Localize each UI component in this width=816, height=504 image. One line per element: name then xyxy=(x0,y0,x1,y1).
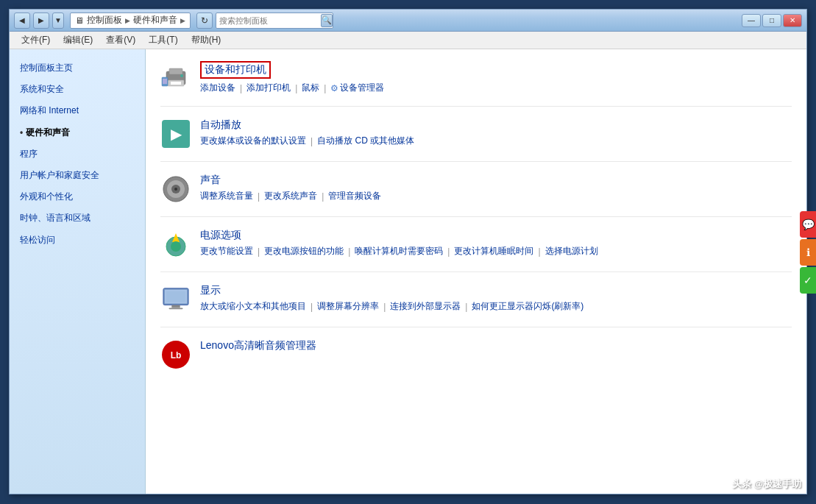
category-lenovo: Lb Lenovo高清晰音频管理器 xyxy=(160,339,792,382)
search-button[interactable]: 🔍 xyxy=(321,14,333,27)
sidebar-item-network[interactable]: 网络和 Internet xyxy=(15,101,139,121)
svg-rect-16 xyxy=(171,305,180,308)
address-chevron2: ▶ xyxy=(180,17,185,24)
address-part1: 控制面板 xyxy=(87,14,122,26)
display-link-2[interactable]: 连接到外部显示器 xyxy=(390,300,461,313)
side-btn-info[interactable]: ℹ xyxy=(800,239,816,266)
power-link-0[interactable]: 更改节能设置 xyxy=(200,245,253,258)
sidebar-item-users[interactable]: 用户帐户和家庭安全 xyxy=(15,166,139,185)
side-btn-help[interactable]: ✓ xyxy=(800,267,816,294)
devices-icon xyxy=(160,61,191,92)
titlebar-left: ◀ ▶ ▼ 🖥 控制面板 ▶ 硬件和声音 ▶ ↻ 🔍 xyxy=(14,13,333,29)
sidebar-item-home[interactable]: 控制面板主页 xyxy=(15,58,139,78)
address-part2: 硬件和声音 xyxy=(133,14,177,26)
menu-file[interactable]: 文件(F) xyxy=(15,32,56,48)
display-icon xyxy=(160,284,191,315)
sidebar-item-system[interactable]: 系统和安全 xyxy=(15,79,139,99)
menubar: 文件(F) 编辑(E) 查看(V) 工具(T) 帮助(H) xyxy=(10,32,806,49)
address-chevron1: ▶ xyxy=(125,17,130,24)
menu-view[interactable]: 查看(V) xyxy=(100,32,141,48)
devices-link-3[interactable]: 设备管理器 xyxy=(340,82,384,94)
display-link-0[interactable]: 放大或缩小文本和其他项目 xyxy=(200,300,306,313)
sound-icon xyxy=(160,174,191,205)
menu-edit[interactable]: 编辑(E) xyxy=(57,32,99,48)
side-btn-chat[interactable]: 💬 xyxy=(800,211,816,238)
forward-button[interactable]: ▶ xyxy=(33,13,49,29)
sidebar-item-hardware[interactable]: 硬件和声音 xyxy=(15,123,139,143)
sidebar: 控制面板主页 系统和安全 网络和 Internet 硬件和声音 程序 用户帐户和… xyxy=(10,49,146,494)
power-link-4[interactable]: 选择电源计划 xyxy=(545,245,598,258)
devices-icon-gear: ⚙ xyxy=(330,83,338,93)
sound-title[interactable]: 声音 xyxy=(200,174,221,187)
category-devices: 设备和打印机 添加设备 | 添加打印机 | 鼠标 | ⚙ 设备管理器 xyxy=(160,61,792,107)
devices-link-0[interactable]: 添加设备 xyxy=(200,82,235,94)
power-content: 电源选项 更改节能设置 | 更改电源按钮的功能 | 唤醒计算机时需要密码 | 更… xyxy=(200,229,792,258)
power-links: 更改节能设置 | 更改电源按钮的功能 | 唤醒计算机时需要密码 | 更改计算机睡… xyxy=(200,245,792,258)
autoplay-content: 自动播放 更改媒体或设备的默认设置 | 自动播放 CD 或其他媒体 xyxy=(200,118,792,147)
svg-text:Lb: Lb xyxy=(171,350,182,361)
devices-links: 添加设备 | 添加打印机 | 鼠标 | ⚙ 设备管理器 xyxy=(200,82,792,94)
lenovo-content: Lenovo高清晰音频管理器 xyxy=(200,339,792,355)
sidebar-item-programs[interactable]: 程序 xyxy=(15,144,139,164)
svg-point-10 xyxy=(174,188,177,191)
main-window: ◀ ▶ ▼ 🖥 控制面板 ▶ 硬件和声音 ▶ ↻ 🔍 — □ ✕ xyxy=(9,9,807,494)
dropdown-button[interactable]: ▼ xyxy=(52,13,64,29)
lenovo-title[interactable]: Lenovo高清晰音频管理器 xyxy=(200,339,316,352)
menu-tools[interactable]: 工具(T) xyxy=(143,32,183,48)
svg-rect-17 xyxy=(169,308,183,309)
lenovo-icon: Lb xyxy=(160,339,191,370)
menu-help[interactable]: 帮助(H) xyxy=(185,32,227,48)
devices-title[interactable]: 设备和打印机 xyxy=(200,61,271,79)
address-icon: 🖥 xyxy=(75,15,84,26)
sound-links: 调整系统音量 | 更改系统声音 | 管理音频设备 xyxy=(200,190,792,202)
sound-link-2[interactable]: 管理音频设备 xyxy=(328,190,381,202)
side-buttons: 💬 ℹ ✓ xyxy=(800,211,816,294)
svg-rect-1 xyxy=(169,68,182,74)
svg-point-13 xyxy=(171,241,181,252)
minimize-button[interactable]: — xyxy=(742,14,761,27)
devices-link-1[interactable]: 添加打印机 xyxy=(246,82,291,94)
window-controls: — □ ✕ xyxy=(742,14,802,27)
search-input[interactable] xyxy=(219,16,321,25)
svg-point-4 xyxy=(180,74,183,77)
search-box: 🔍 xyxy=(216,13,333,29)
power-link-2[interactable]: 唤醒计算机时需要密码 xyxy=(355,245,443,258)
autoplay-icon: ▶ xyxy=(160,118,191,149)
back-button[interactable]: ◀ xyxy=(14,13,30,29)
category-display: 显示 放大或缩小文本和其他项目 | 调整屏幕分辨率 | 连接到外部显示器 | 如… xyxy=(160,284,792,327)
display-link-1[interactable]: 调整屏幕分辨率 xyxy=(317,300,379,313)
sidebar-item-appearance[interactable]: 外观和个性化 xyxy=(15,187,139,207)
maximize-button[interactable]: □ xyxy=(762,14,781,27)
sidebar-item-access[interactable]: 轻松访问 xyxy=(15,230,139,250)
svg-rect-3 xyxy=(171,82,181,85)
refresh-button[interactable]: ↻ xyxy=(196,13,213,29)
category-power: 电源选项 更改节能设置 | 更改电源按钮的功能 | 唤醒计算机时需要密码 | 更… xyxy=(160,229,792,272)
display-title[interactable]: 显示 xyxy=(200,284,221,297)
sound-link-1[interactable]: 更改系统声音 xyxy=(264,190,317,202)
display-link-3[interactable]: 如何更正显示器闪烁(刷新率) xyxy=(472,300,583,313)
svg-rect-6 xyxy=(163,79,167,84)
power-link-3[interactable]: 更改计算机睡眠时间 xyxy=(454,245,533,258)
autoplay-title[interactable]: 自动播放 xyxy=(200,118,241,132)
devices-link-2[interactable]: 鼠标 xyxy=(302,82,319,94)
devices-content: 设备和打印机 添加设备 | 添加打印机 | 鼠标 | ⚙ 设备管理器 xyxy=(200,61,792,94)
autoplay-link-1[interactable]: 自动播放 CD 或其他媒体 xyxy=(317,135,414,147)
address-bar[interactable]: 🖥 控制面板 ▶ 硬件和声音 ▶ xyxy=(70,13,191,29)
svg-rect-19 xyxy=(166,291,186,302)
power-link-1[interactable]: 更改电源按钮的功能 xyxy=(264,245,344,258)
close-button[interactable]: ✕ xyxy=(783,14,802,27)
sidebar-item-clock[interactable]: 时钟、语言和区域 xyxy=(15,208,139,228)
sound-link-0[interactable]: 调整系统音量 xyxy=(200,190,253,202)
category-sound: 声音 调整系统音量 | 更改系统声音 | 管理音频设备 xyxy=(160,174,792,217)
category-autoplay: ▶ 自动播放 更改媒体或设备的默认设置 | 自动播放 CD 或其他媒体 xyxy=(160,118,792,162)
autoplay-links: 更改媒体或设备的默认设置 | 自动播放 CD 或其他媒体 xyxy=(200,135,792,147)
power-icon xyxy=(160,229,191,260)
titlebar: ◀ ▶ ▼ 🖥 控制面板 ▶ 硬件和声音 ▶ ↻ 🔍 — □ ✕ xyxy=(10,10,806,32)
display-links: 放大或缩小文本和其他项目 | 调整屏幕分辨率 | 连接到外部显示器 | 如何更正… xyxy=(200,300,792,313)
content-area: 控制面板主页 系统和安全 网络和 Internet 硬件和声音 程序 用户帐户和… xyxy=(10,49,806,494)
display-content: 显示 放大或缩小文本和其他项目 | 调整屏幕分辨率 | 连接到外部显示器 | 如… xyxy=(200,284,792,313)
main-panel: 设备和打印机 添加设备 | 添加打印机 | 鼠标 | ⚙ 设备管理器 xyxy=(146,49,806,494)
power-title[interactable]: 电源选项 xyxy=(200,229,241,242)
autoplay-link-0[interactable]: 更改媒体或设备的默认设置 xyxy=(200,135,306,147)
sound-content: 声音 调整系统音量 | 更改系统声音 | 管理音频设备 xyxy=(200,174,792,202)
